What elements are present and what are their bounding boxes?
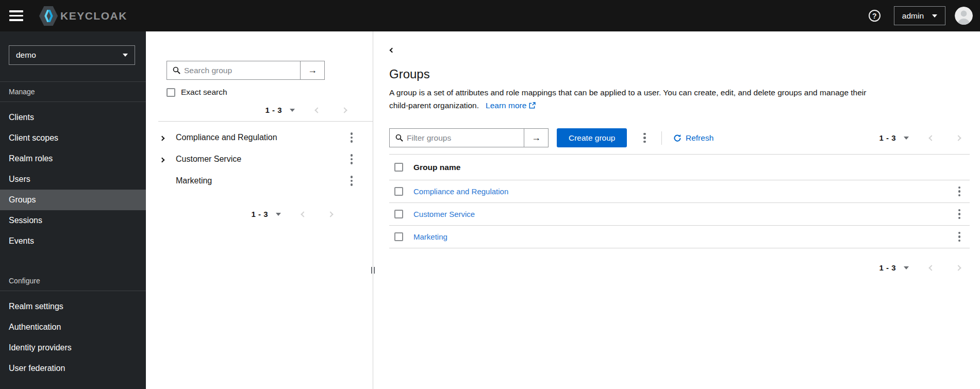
kebab-menu-icon[interactable] xyxy=(347,152,356,166)
tree-row: Compliance and Regulation xyxy=(146,127,373,148)
external-link-icon xyxy=(529,102,536,109)
top-bar: KEYCLOAK ? admin xyxy=(0,0,980,31)
groups-tree-panel: → Exact search 1 - 3 Compliance and Regu… xyxy=(146,31,373,389)
pagination-range: 1 - 3 xyxy=(251,210,268,218)
chevron-left-icon xyxy=(301,211,306,217)
pagination-next-button[interactable] xyxy=(954,134,962,142)
sidebar-item-authentication[interactable]: Authentication xyxy=(0,317,146,337)
chevron-right-icon xyxy=(327,211,333,217)
groups-table: Group name Compliance and Regulation Cus… xyxy=(389,154,970,248)
column-header-group-name: Group name xyxy=(413,163,970,172)
groups-toolbar: → Create group Refresh 1 - 3 xyxy=(389,128,970,147)
row-kebab-menu-icon[interactable] xyxy=(955,184,964,199)
chevron-right-icon xyxy=(955,135,961,141)
sidebar-item-events[interactable]: Events xyxy=(0,231,146,251)
sidebar-item-realm-settings[interactable]: Realm settings xyxy=(0,296,146,317)
kebab-menu-icon[interactable] xyxy=(347,130,356,145)
keycloak-hexagon-icon xyxy=(39,5,58,27)
row-checkbox[interactable] xyxy=(394,187,403,196)
manage-nav-list: Clients Client scopes Realm roles Users … xyxy=(0,102,146,257)
panel-resize-handle[interactable] xyxy=(371,267,375,274)
search-group-input[interactable] xyxy=(184,61,300,79)
group-name[interactable]: Marketing xyxy=(176,176,212,185)
chevron-right-icon xyxy=(955,265,961,270)
keycloak-logo: KEYCLOAK xyxy=(39,5,127,27)
create-group-button[interactable]: Create group xyxy=(557,128,627,147)
sidebar-item-users[interactable]: Users xyxy=(0,169,146,190)
groups-main-panel: Groups A group is a set of attributes an… xyxy=(373,31,980,389)
sidebar-item-realm-roles[interactable]: Realm roles xyxy=(0,148,146,169)
chevron-left-icon xyxy=(390,48,395,53)
pagination-options-toggle[interactable] xyxy=(904,266,909,269)
group-search-box: → xyxy=(167,61,325,80)
tree-pagination-top: 1 - 3 xyxy=(146,106,373,114)
realm-selected-label: demo xyxy=(16,50,36,60)
expand-toggle-icon[interactable] xyxy=(158,156,174,163)
table-row: Customer Service xyxy=(389,203,970,226)
toolbar-kebab-menu-icon[interactable] xyxy=(640,131,649,145)
group-name[interactable]: Compliance and Regulation xyxy=(176,133,277,142)
collapse-panel-button[interactable] xyxy=(389,47,395,53)
select-all-checkbox[interactable] xyxy=(394,163,403,172)
user-menu-dropdown[interactable]: admin xyxy=(894,6,945,25)
group-link[interactable]: Customer Service xyxy=(413,210,475,218)
row-checkbox[interactable] xyxy=(394,210,403,218)
realm-selector[interactable]: demo xyxy=(9,45,135,65)
pagination-options-toggle[interactable] xyxy=(904,137,909,140)
group-link[interactable]: Marketing xyxy=(413,232,447,241)
filter-box: → xyxy=(389,128,549,147)
sidebar-nav: demo Manage Clients Client scopes Realm … xyxy=(0,31,146,389)
pagination-range: 1 - 3 xyxy=(879,263,896,272)
refresh-icon xyxy=(673,134,682,142)
pagination-next-button[interactable] xyxy=(954,264,962,272)
pagination-prev-button[interactable] xyxy=(300,210,308,218)
sidebar-item-client-scopes[interactable]: Client scopes xyxy=(0,128,146,148)
brand-text: KEYCLOAK xyxy=(60,10,127,22)
pagination-prev-button[interactable] xyxy=(927,134,936,142)
learn-more-link[interactable]: Learn more xyxy=(486,99,536,112)
sidebar-item-groups[interactable]: Groups xyxy=(0,190,146,210)
filter-submit-button[interactable]: → xyxy=(524,129,548,147)
nav-section-configure: Configure xyxy=(0,271,146,291)
search-submit-button[interactable]: → xyxy=(300,61,324,79)
row-checkbox[interactable] xyxy=(394,232,403,241)
avatar[interactable] xyxy=(955,7,973,25)
refresh-button[interactable]: Refresh xyxy=(673,133,713,143)
kebab-menu-icon[interactable] xyxy=(347,174,356,188)
pagination-options-toggle[interactable] xyxy=(290,109,295,112)
pagination-next-button[interactable] xyxy=(340,106,348,114)
row-kebab-menu-icon[interactable] xyxy=(955,230,964,244)
table-row: Compliance and Regulation xyxy=(389,180,970,203)
table-pagination-top: 1 - 3 xyxy=(879,133,962,142)
sidebar-item-user-federation[interactable]: User federation xyxy=(0,358,146,379)
group-link[interactable]: Compliance and Regulation xyxy=(413,187,508,196)
pagination-options-toggle[interactable] xyxy=(276,213,281,216)
chevron-down-icon xyxy=(123,54,128,57)
chevron-left-icon xyxy=(314,107,320,113)
keycloak-admin-console: KEYCLOAK ? admin demo Manage Clients xyxy=(0,0,980,389)
configure-nav-list: Realm settings Authentication Identity p… xyxy=(0,291,146,384)
search-icon xyxy=(167,61,184,79)
exact-search-option: Exact search xyxy=(167,88,373,97)
group-name[interactable]: Customer Service xyxy=(176,155,241,164)
chevron-left-icon xyxy=(928,265,934,270)
expand-toggle-icon[interactable] xyxy=(158,134,174,142)
sidebar-item-sessions[interactable]: Sessions xyxy=(0,210,146,231)
pagination-prev-button[interactable] xyxy=(927,264,936,272)
table-row: Marketing xyxy=(389,226,970,248)
chevron-down-icon xyxy=(932,14,937,18)
help-icon[interactable]: ? xyxy=(869,10,881,22)
nav-section-manage: Manage xyxy=(0,81,146,102)
pagination-prev-button[interactable] xyxy=(313,106,322,114)
filter-groups-input[interactable] xyxy=(407,129,524,147)
exact-search-checkbox[interactable] xyxy=(167,88,175,97)
pagination-range: 1 - 3 xyxy=(265,106,282,114)
sidebar-item-identity-providers[interactable]: Identity providers xyxy=(0,337,146,358)
chevron-right-icon xyxy=(341,107,347,113)
pagination-range: 1 - 3 xyxy=(879,133,896,142)
refresh-label: Refresh xyxy=(686,133,713,143)
sidebar-item-clients[interactable]: Clients xyxy=(0,107,146,128)
row-kebab-menu-icon[interactable] xyxy=(955,207,964,222)
pagination-next-button[interactable] xyxy=(326,210,335,218)
hamburger-menu-icon[interactable] xyxy=(9,9,23,22)
